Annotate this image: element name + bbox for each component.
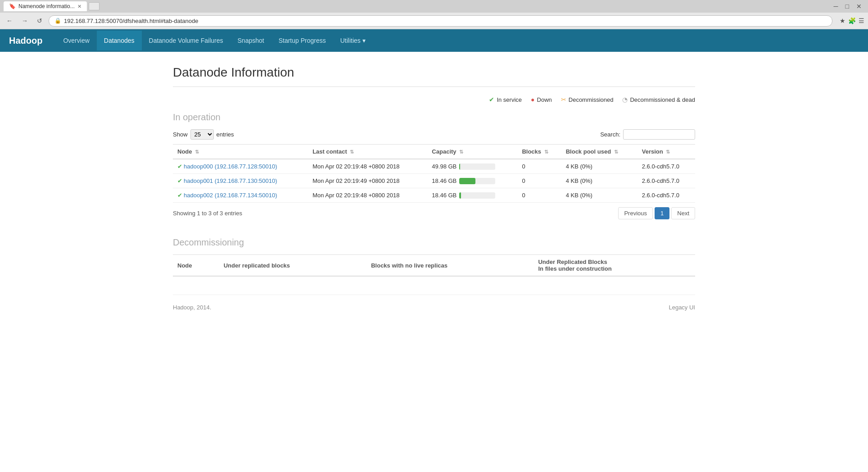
table-body: ✔hadoop000 (192.168.77.128:50010)Mon Apr…: [173, 159, 695, 203]
decommissioned-dead-icon: ◔: [622, 96, 628, 103]
url-text: 192.168.77.128:50070/dfshealth.html#tab-…: [64, 18, 199, 24]
nav-snapshot[interactable]: Snapshot: [231, 31, 271, 50]
decommissioned-icon: ✂: [561, 96, 566, 103]
sort-blocks-icon: ⇅: [544, 149, 548, 154]
sort-capacity-icon: ⇅: [459, 149, 463, 154]
table-row: ✔hadoop002 (192.168.77.134:50010)Mon Apr…: [173, 188, 695, 203]
capacity-bar: [459, 178, 495, 184]
nav-utilities[interactable]: Utilities: [333, 31, 373, 50]
col-capacity[interactable]: Capacity ⇅: [427, 145, 517, 159]
browser-chrome: 🔖 Namenode informatio... ✕ ─ □ ✕ ← → ↺ 🔒…: [0, 0, 868, 29]
extensions-button[interactable]: 🧩: [848, 17, 856, 24]
decommissioning-section: Decommissioning Node Under replicated bl…: [173, 237, 695, 277]
tab-close-button[interactable]: ✕: [77, 4, 81, 9]
cell-capacity: 49.98 GB: [427, 159, 517, 174]
cell-version: 2.6.0-cdh5.7.0: [637, 174, 695, 188]
menu-button[interactable]: ☰: [859, 17, 864, 24]
sort-contact-icon: ⇅: [350, 149, 354, 154]
node-link[interactable]: ✔hadoop000 (192.168.77.128:50010): [177, 163, 303, 170]
cell-capacity: 18.46 GB: [427, 188, 517, 203]
reload-button[interactable]: ↺: [34, 16, 45, 25]
maximize-button[interactable]: □: [843, 2, 852, 11]
cell-blocks: 0: [517, 159, 561, 174]
sort-pool-icon: ⇅: [614, 149, 618, 154]
bookmark-button[interactable]: ★: [840, 17, 845, 24]
node-link[interactable]: ✔hadoop001 (192.168.77.130:50010): [177, 177, 303, 184]
cell-blocks: 0: [517, 174, 561, 188]
cell-node: ✔hadoop001 (192.168.77.130:50010): [173, 174, 308, 188]
cell-block-pool-used: 4 KB (0%): [561, 159, 637, 174]
cell-last-contact: Mon Apr 02 20:19:48 +0800 2018: [308, 188, 427, 203]
navbar: Hadoop Overview Datanodes Datanode Volum…: [0, 29, 868, 52]
new-tab-button[interactable]: [89, 2, 99, 10]
nav-datanodes[interactable]: Datanodes: [97, 31, 142, 50]
cell-block-pool-used: 4 KB (0%): [561, 174, 637, 188]
capacity-value: 49.98 GB: [432, 163, 457, 170]
close-window-button[interactable]: ✕: [854, 2, 864, 11]
nav-datanode-volume-failures[interactable]: Datanode Volume Failures: [142, 31, 231, 50]
show-entries: Show 25 10 50 100 entries: [173, 129, 234, 140]
table-footer: Showing 1 to 3 of 3 entries Previous 1 N…: [173, 207, 695, 219]
capacity-bar-fill: [459, 192, 461, 199]
legend-decommissioned: ✂ Decommissioned: [561, 96, 614, 103]
cell-version: 2.6.0-cdh5.7.0: [637, 188, 695, 203]
col-blocks[interactable]: Blocks ⇅: [517, 145, 561, 159]
node-status-icon: ✔: [177, 163, 182, 170]
copyright-text: Hadoop, 2014.: [173, 304, 211, 311]
show-select[interactable]: 25 10 50 100: [190, 129, 214, 140]
tab-title: Namenode informatio...: [18, 3, 75, 9]
legacy-ui-link[interactable]: Legacy UI: [669, 304, 695, 311]
previous-button[interactable]: Previous: [618, 207, 653, 219]
col-node[interactable]: Node ⇅: [173, 145, 308, 159]
capacity-bar-fill: [459, 163, 460, 170]
nav-overview[interactable]: Overview: [56, 31, 96, 50]
decommissioning-table: Node Under replicated blocks Blocks with…: [173, 254, 695, 277]
page-title: Datanode Information: [173, 65, 695, 87]
in-service-label: In service: [497, 96, 522, 103]
col-block-pool-used[interactable]: Block pool used ⇅: [561, 145, 637, 159]
entries-label: entries: [217, 131, 234, 138]
sort-node-icon: ⇅: [195, 149, 199, 154]
datanode-table: Node ⇅ Last contact ⇅ Capacity ⇅ Blocks …: [173, 144, 695, 203]
decom-col-no-live-replicas: Blocks with no live replicas: [366, 255, 533, 277]
col-last-contact[interactable]: Last contact ⇅: [308, 145, 427, 159]
minimize-button[interactable]: ─: [831, 2, 841, 11]
down-label: Down: [537, 96, 552, 103]
secure-icon: 🔒: [54, 18, 61, 24]
in-service-icon: ✔: [489, 96, 494, 103]
node-status-icon: ✔: [177, 177, 182, 184]
search-input[interactable]: [623, 129, 695, 140]
capacity-value: 18.46 GB: [432, 177, 457, 184]
browser-toolbar-icons: ★ 🧩 ☰: [840, 17, 864, 24]
in-operation-title: In operation: [173, 112, 695, 123]
page-1-button[interactable]: 1: [655, 207, 669, 219]
legend-in-service: ✔ In service: [489, 96, 522, 103]
table-row: ✔hadoop001 (192.168.77.130:50010)Mon Apr…: [173, 174, 695, 188]
decom-col-node: Node: [173, 255, 219, 277]
table-row: ✔hadoop000 (192.168.77.128:50010)Mon Apr…: [173, 159, 695, 174]
capacity-bar-fill: [459, 178, 475, 184]
decom-table-header: Node Under replicated blocks Blocks with…: [173, 255, 695, 277]
node-link[interactable]: ✔hadoop002 (192.168.77.134:50010): [177, 192, 303, 199]
cell-last-contact: Mon Apr 02 20:19:48 +0800 2018: [308, 159, 427, 174]
pagination: Previous 1 Next: [618, 207, 695, 219]
down-icon: ●: [531, 96, 534, 103]
forward-button[interactable]: →: [19, 16, 31, 25]
url-bar[interactable]: 🔒 192.168.77.128:50070/dfshealth.html#ta…: [49, 15, 832, 27]
cell-version: 2.6.0-cdh5.7.0: [637, 159, 695, 174]
capacity-bar: [459, 163, 495, 170]
nav-startup-progress[interactable]: Startup Progress: [271, 31, 333, 50]
cell-node: ✔hadoop000 (192.168.77.128:50010): [173, 159, 308, 174]
main-content: Datanode Information ✔ In service ● Down…: [164, 52, 704, 324]
next-button[interactable]: Next: [671, 207, 695, 219]
navbar-brand[interactable]: Hadoop: [9, 36, 42, 46]
back-button[interactable]: ←: [4, 16, 15, 25]
cell-block-pool-used: 4 KB (0%): [561, 188, 637, 203]
page-footer: Hadoop, 2014. Legacy UI: [173, 295, 695, 311]
search-box: Search:: [600, 129, 695, 140]
navbar-items: Overview Datanodes Datanode Volume Failu…: [56, 31, 372, 50]
col-version[interactable]: Version ⇅: [637, 145, 695, 159]
table-controls: Show 25 10 50 100 entries Search:: [173, 129, 695, 140]
decommissioning-title: Decommissioning: [173, 237, 695, 248]
legend-decommissioned-dead: ◔ Decommissioned & dead: [622, 96, 695, 103]
